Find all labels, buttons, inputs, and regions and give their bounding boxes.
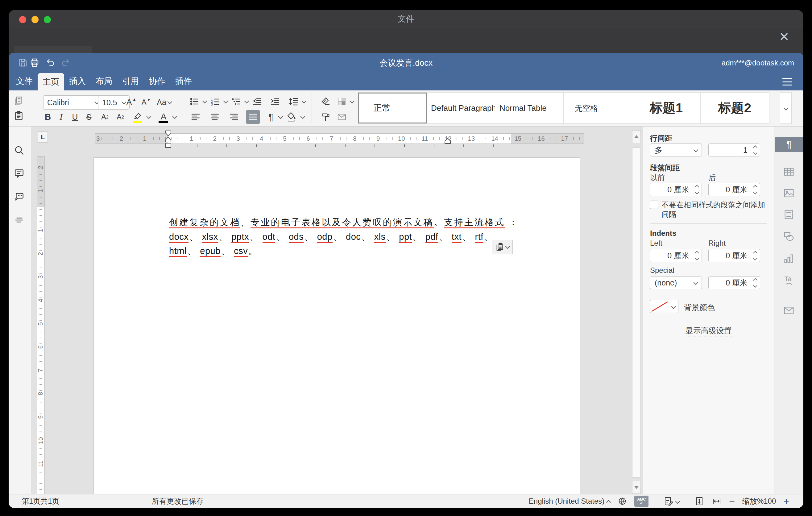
- background-color-label: 背景颜色: [684, 303, 715, 313]
- decrease-indent-icon[interactable]: [251, 95, 264, 108]
- multilevel-dropdown-icon[interactable]: [242, 95, 249, 108]
- scrollbar-thumb[interactable]: [632, 147, 641, 478]
- menu-tab[interactable]: 文件: [11, 72, 38, 90]
- line-spacing-select[interactable]: 多: [650, 144, 702, 156]
- indent-left-spinner[interactable]: 0 厘米: [650, 249, 702, 262]
- bold-icon[interactable]: B: [42, 111, 54, 123]
- menu-tab[interactable]: 引用: [117, 72, 144, 90]
- special-by-spinner[interactable]: 0 厘米: [708, 276, 760, 289]
- increase-indent-icon[interactable]: [268, 95, 282, 108]
- scroll-down-icon[interactable]: [632, 481, 641, 494]
- image-settings-icon[interactable]: [774, 187, 803, 199]
- mail-merge-settings-icon[interactable]: [774, 305, 803, 316]
- line-spacing-value-spinner[interactable]: 1: [708, 144, 760, 156]
- spacing-before-spinner[interactable]: 0 厘米: [650, 183, 702, 196]
- fit-page-icon[interactable]: [694, 496, 704, 506]
- menu-tab[interactable]: 插入: [64, 72, 91, 90]
- comments-icon[interactable]: [13, 167, 25, 180]
- hamburger-menu-icon[interactable]: [782, 78, 792, 85]
- tab-stop-selector[interactable]: L: [38, 132, 48, 143]
- paragraph-marks-dropdown-icon[interactable]: [277, 111, 283, 123]
- spellcheck-icon[interactable]: ABC✓: [634, 496, 648, 507]
- set-language-globe-icon[interactable]: [618, 496, 627, 506]
- language-selector[interactable]: English (United States): [529, 497, 610, 506]
- style-preset[interactable]: 标题1: [632, 93, 701, 123]
- align-left-icon[interactable]: [189, 111, 202, 123]
- scroll-up-icon[interactable]: [632, 130, 641, 143]
- track-changes-icon[interactable]: [664, 496, 679, 506]
- fit-width-icon[interactable]: [712, 496, 722, 506]
- style-preset[interactable]: 标题2: [701, 93, 769, 123]
- table-settings-icon[interactable]: [774, 166, 803, 177]
- indent-right-spinner[interactable]: 0 厘米: [708, 249, 760, 262]
- color-scheme-icon[interactable]: [335, 95, 349, 108]
- same-style-checkbox[interactable]: [650, 201, 658, 209]
- increase-font-icon[interactable]: A▲: [125, 96, 138, 108]
- menu-tab[interactable]: 布局: [91, 72, 117, 90]
- copy-style-icon[interactable]: [319, 111, 332, 123]
- paste-icon[interactable]: [12, 110, 25, 122]
- shape-settings-icon[interactable]: [774, 231, 803, 242]
- font-size-select[interactable]: 10.5: [98, 95, 129, 110]
- header-footer-icon[interactable]: [774, 209, 803, 220]
- justify-icon[interactable]: [246, 110, 260, 124]
- paste-options-button[interactable]: [492, 240, 513, 254]
- superscript-icon[interactable]: A2: [98, 111, 112, 123]
- style-preset[interactable]: Default Paragraph: [427, 93, 495, 123]
- paragraph-settings-icon[interactable]: ¶: [775, 137, 803, 152]
- indent-markers[interactable]: [165, 130, 172, 151]
- change-case-icon[interactable]: Aa: [155, 96, 173, 108]
- multilevel-list-icon[interactable]: [230, 95, 243, 108]
- mail-merge-icon[interactable]: [335, 111, 349, 123]
- shading-icon[interactable]: [285, 110, 299, 123]
- line-spacing-dropdown-icon[interactable]: [300, 95, 306, 108]
- before-label: 以前: [650, 173, 665, 183]
- copy-icon[interactable]: [12, 95, 25, 107]
- menu-tab[interactable]: 主页: [38, 73, 64, 90]
- line-spacing-icon[interactable]: [287, 95, 300, 108]
- background-color-picker[interactable]: [650, 300, 678, 313]
- search-icon[interactable]: [13, 144, 25, 156]
- close-icon[interactable]: ✕: [777, 29, 792, 44]
- zoom-in-button[interactable]: +: [783, 496, 789, 506]
- align-right-icon[interactable]: [227, 111, 241, 123]
- clear-style-icon[interactable]: [319, 95, 332, 108]
- styles-gallery-expand-icon[interactable]: [780, 92, 792, 124]
- format-token: html、: [169, 246, 200, 256]
- chat-icon[interactable]: [13, 191, 25, 203]
- italic-icon[interactable]: I: [55, 111, 67, 123]
- font-name-select[interactable]: Calibri: [43, 95, 103, 110]
- document-page[interactable]: 创建复杂的文档、专业的电子表格以及令人赞叹的演示文稿。支持主流格式 ： docx…: [93, 157, 580, 494]
- font-color-dropdown-icon[interactable]: [170, 111, 177, 123]
- page-count[interactable]: 第1页共1页: [22, 494, 60, 508]
- text-art-icon[interactable]: Ta: [774, 275, 803, 286]
- bullets-icon[interactable]: [187, 95, 201, 108]
- numbering-dropdown-icon[interactable]: [222, 95, 228, 108]
- spacing-after-spinner[interactable]: 0 厘米: [708, 183, 760, 196]
- subscript-icon[interactable]: A2: [114, 111, 127, 123]
- style-preset[interactable]: Normal Table: [495, 93, 564, 123]
- highlight-icon[interactable]: [132, 110, 144, 123]
- bullets-dropdown-icon[interactable]: [201, 95, 207, 108]
- style-preset[interactable]: 正常: [358, 93, 427, 123]
- align-center-icon[interactable]: [208, 111, 222, 123]
- numbering-icon[interactable]: 123: [208, 95, 222, 108]
- font-color-icon[interactable]: A: [157, 110, 170, 123]
- color-scheme-dropdown-icon[interactable]: [348, 95, 354, 108]
- special-select[interactable]: (none): [650, 276, 702, 289]
- strikethrough-icon[interactable]: S: [83, 111, 95, 123]
- underline-icon[interactable]: U: [69, 111, 81, 123]
- zoom-out-button[interactable]: −: [729, 496, 735, 506]
- menu-tab[interactable]: 插件: [170, 72, 197, 90]
- shading-dropdown-icon[interactable]: [299, 111, 305, 123]
- style-preset[interactable]: 无空格: [564, 93, 632, 123]
- right-indent-marker[interactable]: [444, 138, 451, 146]
- chart-settings-icon[interactable]: [774, 253, 803, 264]
- editor-header-top: 会议发言.docx adm***@dootask.com: [9, 53, 803, 72]
- menu-tab[interactable]: 协作: [144, 72, 170, 90]
- navigation-icon[interactable]: [13, 214, 25, 227]
- document-scrollbar[interactable]: [632, 130, 640, 493]
- paragraph-marks-icon[interactable]: ¶: [265, 111, 277, 123]
- decrease-font-icon[interactable]: A▼: [140, 96, 152, 108]
- highlight-dropdown-icon[interactable]: [144, 111, 151, 123]
